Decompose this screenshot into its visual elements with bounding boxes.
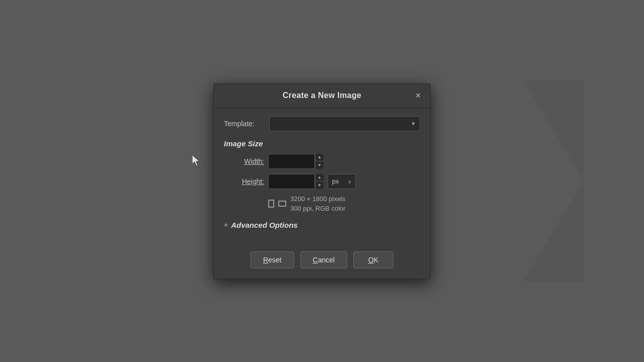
width-down-button[interactable]: ▼ [315,161,324,169]
reset-button[interactable]: Reset [251,251,294,268]
reset-label-rest: eset [268,256,281,264]
height-down-button[interactable]: ▼ [315,182,324,189]
width-spinner-buttons: ▲ ▼ [314,154,324,169]
height-up-button[interactable]: ▲ [315,174,324,182]
cancel-label: C [313,256,318,264]
height-row: Height: ▲ ▼ px in mm cm pt pica ∨ [224,174,420,189]
landscape-icon[interactable] [278,201,286,207]
width-label: Width: [224,157,264,165]
dialog-title: Create a New Image [283,91,362,100]
advanced-label: Advanced Options [231,221,298,229]
image-info-text: 3200 × 1800 pixels 300 ppi, RGB color [290,194,346,214]
ok-label-rest: K [374,256,378,264]
width-spinner-wrapper: 3200 ▲ ▼ [268,154,324,169]
dialog-body: Template: ▼ Image Size Width: 3200 ▲ ▼ [214,108,430,247]
portrait-icon[interactable] [268,200,274,208]
cancel-button[interactable]: Cancel [300,251,348,268]
close-button[interactable]: × [412,89,424,102]
image-info-row: 3200 × 1800 pixels 300 ppi, RGB color [268,194,420,214]
image-dimensions-text: 3200 × 1800 pixels [290,195,346,203]
height-label: Height: [224,177,264,186]
width-row: Width: 3200 ▲ ▼ [224,154,420,169]
ok-label: O [368,256,374,264]
background-decoration [523,80,584,282]
dialog-titlebar: Create a New Image × [214,84,430,108]
unit-select[interactable]: px in mm cm pt pica [328,174,356,189]
template-row: Template: ▼ [224,116,420,131]
create-image-dialog: Create a New Image × Template: ▼ Image S… [213,83,431,279]
dialog-footer: Reset Cancel OK [214,247,430,279]
unit-select-wrapper: px in mm cm pt pica ∨ [328,174,356,189]
height-spinner-buttons: ▲ ▼ [314,174,324,189]
mouse-cursor [192,155,202,169]
image-size-heading: Image Size [224,139,420,148]
height-spinner-wrapper: ▲ ▼ [268,174,324,189]
template-label: Template: [224,120,264,128]
width-up-button[interactable]: ▲ [315,154,324,162]
cancel-label-rest: ancel [318,256,335,264]
template-select-wrapper: ▼ [269,116,420,131]
template-select[interactable] [269,116,420,131]
height-label-text: Height: [242,177,264,186]
advanced-options-toggle[interactable]: + Advanced Options [224,221,420,229]
advanced-plus-icon: + [224,221,228,229]
svg-marker-0 [192,155,199,166]
image-color-text: 300 ppi, RGB color [290,205,346,212]
reset-label: R [263,256,268,264]
ok-button[interactable]: OK [353,251,393,268]
width-label-text: Width: [244,157,264,165]
